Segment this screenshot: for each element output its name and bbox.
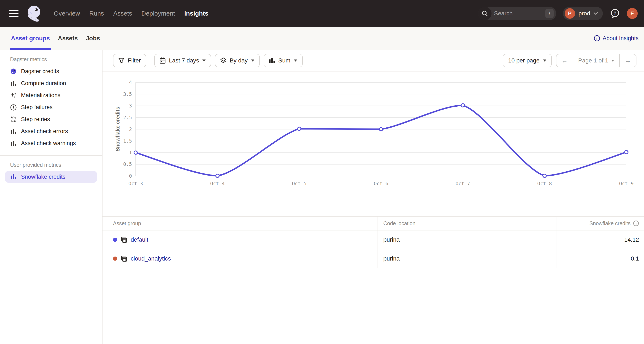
svg-text:3: 3 (129, 103, 132, 109)
line-chart-canvas: 00.511.522.533.54Oct 3Oct 4Oct 5Oct 6Oct… (102, 72, 644, 216)
toolbar-divider (150, 56, 150, 66)
nav-item-deployment[interactable]: Deployment (141, 10, 175, 17)
sidebar-item-label: Snowflake credits (21, 174, 66, 180)
svg-text:Oct 7: Oct 7 (456, 181, 470, 186)
metrics-sidebar: Dagster metrics Dagster credits Compute … (0, 50, 102, 344)
next-page-button[interactable]: → (619, 54, 636, 67)
bar-chart-icon (269, 58, 275, 63)
column-header-code-location: Code location (377, 216, 556, 230)
asset-group-sheets-icon (120, 255, 127, 262)
nav-item-assets[interactable]: Assets (113, 10, 132, 17)
table-row: default purina 14.12 (102, 230, 644, 249)
arrow-right-icon: → (625, 57, 631, 64)
hamburger-menu-icon[interactable] (9, 10, 18, 17)
top-nav: Overview Runs Assets Deployment Insights… (0, 0, 644, 27)
sidebar-item-asset-check-errors[interactable]: Asset check errors (0, 125, 102, 137)
tab-jobs[interactable]: Jobs (86, 27, 100, 50)
svg-text:?: ? (614, 11, 616, 16)
bar-chart-icon (10, 128, 17, 135)
svg-text:3.5: 3.5 (123, 92, 132, 97)
previous-page-button[interactable]: ← (556, 54, 573, 67)
nav-item-runs[interactable]: Runs (89, 10, 104, 17)
info-icon[interactable] (633, 220, 639, 226)
column-header-asset-group: Asset group (102, 216, 377, 230)
sidebar-item-compute-duration[interactable]: Compute duration (0, 77, 102, 89)
about-insights-label: About Insights (602, 35, 638, 42)
search-input[interactable] (492, 10, 545, 17)
column-header-snowflake-credits: Snowflake credits (556, 216, 644, 230)
global-search[interactable]: / (478, 7, 556, 20)
metric-value-cell: 0.1 (556, 249, 644, 268)
sidebar-item-label: Compute duration (21, 80, 66, 87)
svg-text:2.5: 2.5 (123, 115, 132, 120)
sidebar-item-step-failures[interactable]: Step failures (0, 101, 102, 113)
per-page-dropdown[interactable]: 10 per page (503, 54, 552, 67)
sidebar-item-label: Step failures (21, 104, 52, 111)
user-avatar[interactable]: E (627, 8, 638, 19)
chart-toolbar: Filter Last 7 days By day Sum (102, 50, 644, 72)
arrow-left-icon: ← (562, 57, 568, 64)
table-row: cloud_analytics purina 0.1 (102, 249, 644, 268)
sidebar-section-title: User provided metrics (10, 162, 92, 168)
bar-chart-icon (10, 140, 17, 147)
main-content: Filter Last 7 days By day Sum (102, 50, 644, 344)
chevron-down-icon (594, 12, 598, 15)
dagster-logo-icon[interactable] (25, 5, 43, 22)
sidebar-divider (0, 155, 102, 156)
sidebar-item-dagster-credits[interactable]: Dagster credits (0, 65, 102, 77)
group-by-dropdown[interactable]: By day (215, 54, 260, 67)
sidebar-item-asset-check-warnings[interactable]: Asset check warnings (0, 137, 102, 149)
aggregation-label: Sum (278, 57, 290, 64)
tab-assets[interactable]: Assets (58, 27, 78, 50)
search-icon (478, 7, 492, 20)
svg-text:2: 2 (129, 127, 132, 132)
per-page-label: 10 per page (508, 57, 540, 64)
info-icon (594, 35, 600, 42)
caret-down-icon (543, 60, 546, 62)
help-icon[interactable]: ? (610, 8, 620, 19)
filter-button[interactable]: Filter (113, 54, 146, 67)
bar-chart-icon (10, 173, 17, 180)
layers-icon (220, 57, 226, 64)
asset-group-sheets-icon (120, 236, 127, 243)
nav-item-overview[interactable]: Overview (54, 10, 80, 17)
sidebar-item-step-retries[interactable]: Step retries (0, 113, 102, 125)
page-indicator-dropdown[interactable]: Page 1 of 1 (573, 54, 619, 67)
dagster-octopus-icon (10, 68, 17, 75)
svg-text:1: 1 (129, 150, 132, 155)
svg-text:Oct 5: Oct 5 (292, 181, 306, 186)
pagination-control: ← Page 1 of 1 → (556, 54, 636, 67)
about-insights-link[interactable]: About Insights (594, 27, 638, 50)
asset-groups-table: Asset group Code location Snowflake cred… (102, 216, 644, 268)
sidebar-item-label: Step retries (21, 116, 50, 123)
code-location-cell: purina (377, 249, 556, 268)
caret-down-icon (202, 60, 206, 62)
aggregation-dropdown[interactable]: Sum (264, 54, 303, 67)
time-range-dropdown[interactable]: Last 7 days (154, 54, 211, 67)
page-indicator-label: Page 1 of 1 (578, 57, 608, 64)
retry-icon (10, 116, 17, 123)
nav-item-insights[interactable]: Insights (184, 10, 208, 17)
tab-asset-groups[interactable]: Asset groups (11, 27, 50, 50)
svg-text:Oct 8: Oct 8 (537, 181, 552, 186)
caret-down-icon (251, 60, 254, 62)
caret-down-icon (294, 60, 297, 62)
sidebar-item-snowflake-credits[interactable]: Snowflake credits (5, 171, 97, 183)
search-shortcut-badge: / (545, 9, 554, 18)
column-header-label: Snowflake credits (590, 220, 630, 226)
bar-chart-icon (10, 80, 17, 87)
deployment-avatar: P (564, 8, 575, 19)
sidebar-item-materializations[interactable]: Materializations (0, 89, 102, 101)
sidebar-item-label: Materializations (21, 92, 60, 99)
alert-circle-icon (10, 104, 17, 111)
caret-down-icon (611, 60, 614, 62)
asset-group-link[interactable]: default (131, 236, 148, 243)
primary-nav: Overview Runs Assets Deployment Insights (54, 10, 208, 17)
filter-label: Filter (128, 57, 141, 64)
code-location-cell: purina (377, 230, 556, 249)
sidebar-item-label: Asset check errors (21, 128, 68, 135)
asset-group-link[interactable]: cloud_analytics (131, 255, 171, 262)
deployment-switcher[interactable]: P prod (563, 7, 603, 20)
time-range-label: Last 7 days (169, 57, 199, 64)
svg-text:Oct 9: Oct 9 (619, 181, 634, 186)
